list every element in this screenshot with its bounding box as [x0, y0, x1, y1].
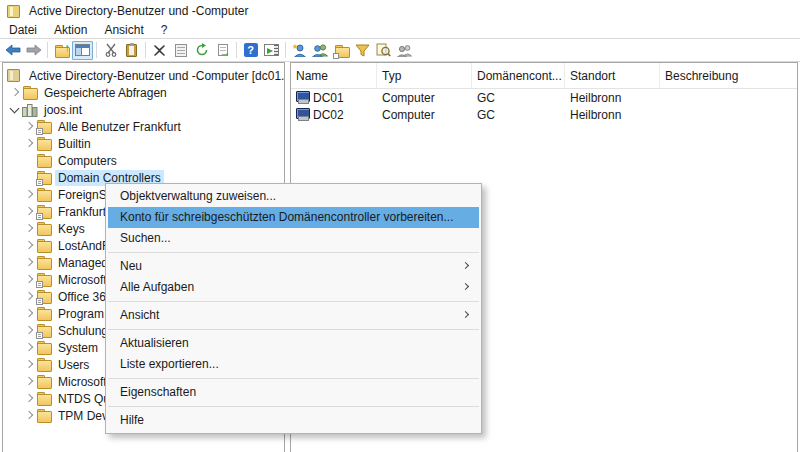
toolbar-separator — [285, 42, 286, 58]
cell-name: DC01 — [313, 91, 344, 105]
chevron-right-icon[interactable] — [21, 391, 36, 406]
back-button[interactable] — [2, 41, 23, 60]
tree-item-alle-benutzer-frankfurt[interactable]: Alle Benutzer Frankfurt — [3, 118, 284, 135]
cut-button[interactable] — [100, 41, 121, 60]
folder-icon — [22, 86, 38, 100]
paste-button[interactable] — [121, 41, 142, 60]
ou-folder-icon — [36, 120, 52, 134]
tree-item-computers[interactable]: Computers — [3, 152, 284, 169]
menu-item-neu[interactable]: Neu — [108, 256, 479, 277]
chevron-right-icon[interactable] — [21, 306, 36, 321]
tree-item-label: Keys — [55, 221, 88, 237]
forward-button[interactable] — [23, 41, 44, 60]
tree-item-label: Users — [55, 357, 92, 373]
chevron-down-icon[interactable] — [7, 102, 22, 117]
submenu-arrow-icon — [462, 283, 469, 290]
menu-item-objektverwaltung-zuweisen[interactable]: Objektverwaltung zuweisen... — [108, 186, 479, 207]
menu-separator — [108, 329, 479, 330]
new-group-button[interactable] — [310, 41, 331, 60]
column-header-domaenencontroller[interactable]: Domänencont... — [472, 63, 565, 88]
menu-item-eigenschaften[interactable]: Eigenschaften — [108, 382, 479, 403]
submenu-arrow-icon — [462, 311, 469, 318]
tree-item-gespeicherte-abfragen[interactable]: Gespeicherte Abfragen — [3, 84, 284, 101]
column-header-standort[interactable]: Standort — [565, 63, 660, 88]
up-one-level-icon: ↑ — [54, 44, 69, 57]
chevron-right-icon[interactable] — [21, 136, 36, 151]
menu-item-aktualisieren[interactable]: Aktualisieren — [108, 333, 479, 354]
menu-item-hilfe[interactable]: Hilfe — [108, 410, 479, 431]
up-one-level-button[interactable]: ↑ — [51, 41, 72, 60]
tree-item-label: Computers — [55, 153, 120, 169]
chevron-right-icon[interactable] — [21, 221, 36, 236]
new-ou-icon — [334, 44, 349, 57]
menu-separator — [108, 252, 479, 253]
folder-icon — [36, 392, 52, 406]
tree-item-joos-int[interactable]: joos.int — [3, 101, 284, 118]
toolbar-separator — [145, 42, 146, 58]
computer-icon — [296, 108, 310, 121]
menu-item-alle-aufgaben[interactable]: Alle Aufgaben — [108, 277, 479, 298]
help-button[interactable]: ? — [240, 41, 261, 60]
back-arrow-icon — [5, 44, 21, 56]
menu-separator — [108, 301, 479, 302]
chevron-right-icon[interactable] — [21, 340, 36, 355]
column-header-name[interactable]: Name — [291, 63, 377, 88]
show-console-tree-button[interactable] — [72, 41, 93, 60]
taskpad-button[interactable] — [261, 41, 282, 60]
chevron-right-icon[interactable] — [21, 323, 36, 338]
chevron-right-icon[interactable] — [21, 238, 36, 253]
chevron-right-icon[interactable] — [7, 85, 22, 100]
cell-name: DC02 — [313, 108, 344, 122]
filter-button[interactable] — [352, 41, 373, 60]
chevron-right-icon[interactable] — [21, 408, 36, 423]
chevron-right-icon[interactable] — [21, 187, 36, 202]
menu-aktion[interactable]: Aktion — [54, 23, 87, 37]
list-row-dc01[interactable]: DC01 Computer GC Heilbronn — [291, 89, 797, 106]
menu-separator — [108, 406, 479, 407]
ou-folder-icon — [36, 273, 52, 287]
menu-item-label: Neu — [120, 259, 142, 273]
menu-item-ansicht[interactable]: Ansicht — [108, 305, 479, 326]
refresh-button[interactable] — [191, 41, 212, 60]
menu-item-suchen[interactable]: Suchen... — [108, 228, 479, 249]
folder-icon — [36, 239, 52, 253]
menu-item-label: Ansicht — [120, 308, 159, 322]
cell-typ: Computer — [377, 91, 472, 105]
folder-icon — [36, 341, 52, 355]
chevron-right-icon[interactable] — [21, 289, 36, 304]
delete-button[interactable] — [149, 41, 170, 60]
new-ou-button[interactable] — [331, 41, 352, 60]
folder-icon — [36, 375, 52, 389]
tree-item-label: System — [55, 340, 101, 356]
filter-funnel-icon — [355, 44, 370, 57]
tree-item-root[interactable]: Active Directory-Benutzer und -Computer … — [3, 67, 284, 84]
tree-item-builtin[interactable]: Builtin — [3, 135, 284, 152]
new-user-button[interactable] — [289, 41, 310, 60]
menu-item-konto-fuer-rodc-vorbereiten[interactable]: Konto für schreibgeschützten Domänencont… — [108, 207, 479, 228]
menu-ansicht[interactable]: Ansicht — [104, 23, 143, 37]
scissors-icon — [104, 43, 118, 57]
chevron-right-icon[interactable] — [21, 255, 36, 270]
menu-item-liste-exportieren[interactable]: Liste exportieren... — [108, 354, 479, 375]
chevron-right-icon[interactable] — [21, 204, 36, 219]
chevron-right-icon[interactable] — [21, 119, 36, 134]
list-row-dc02[interactable]: DC02 Computer GC Heilbronn — [291, 106, 797, 123]
find-button[interactable] — [373, 41, 394, 60]
clipboard-icon — [126, 44, 137, 57]
properties-button[interactable] — [170, 41, 191, 60]
delete-x-icon — [153, 44, 166, 57]
column-header-beschreibung[interactable]: Beschreibung — [660, 63, 797, 88]
toolbar-separator — [47, 42, 48, 58]
console-icon — [7, 5, 20, 18]
column-header-typ[interactable]: Typ — [377, 63, 472, 88]
users-button[interactable] — [394, 41, 415, 60]
chevron-right-icon[interactable] — [21, 272, 36, 287]
ou-folder-icon — [36, 205, 52, 219]
chevron-right-icon[interactable] — [21, 374, 36, 389]
title-bar: Active Directory-Benutzer und -Computer — [0, 0, 800, 22]
chevron-right-icon[interactable] — [21, 357, 36, 372]
menu-datei[interactable]: Datei — [9, 23, 37, 37]
new-user-icon — [292, 43, 308, 57]
export-list-button[interactable]: → — [212, 41, 233, 60]
menu-hilfe[interactable]: ? — [161, 23, 168, 37]
